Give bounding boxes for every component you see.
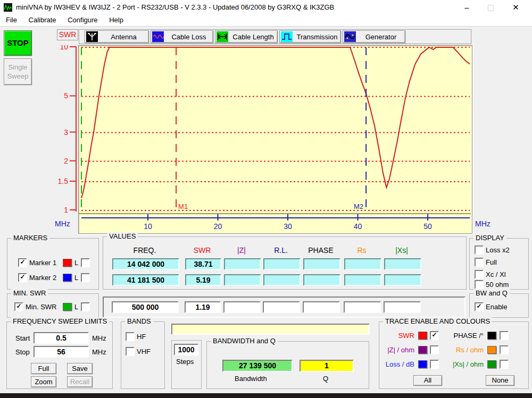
tab-antenna[interactable]: Antenna [85, 30, 149, 43]
chart-text: 40 [354, 222, 362, 231]
full-button[interactable]: Full [31, 363, 56, 374]
stop-label: Stop [15, 348, 30, 356]
trace-z-checkbox[interactable] [430, 345, 439, 354]
min-swr-field[interactable]: 1.19 [185, 301, 221, 313]
min-rs-field[interactable] [344, 301, 381, 313]
min-swr-l-checkbox[interactable] [81, 302, 90, 311]
zoom-button[interactable]: Zoom [31, 376, 56, 387]
trace-phase-swatch[interactable] [487, 332, 496, 340]
marker2-l-label: L [74, 274, 78, 282]
m2-rs-field[interactable] [344, 274, 381, 286]
m1-rs-field[interactable] [344, 258, 381, 270]
min-freq-field[interactable]: 500 000 [112, 301, 179, 313]
tab-cable-length[interactable]: Cable Length [215, 30, 278, 43]
m1-rl-field[interactable] [263, 258, 301, 270]
x-axis-unit-right: MHz [475, 219, 491, 228]
min-z-field[interactable] [223, 301, 261, 313]
trace-z-swatch[interactable] [418, 346, 427, 354]
single-sweep-button[interactable]: Single Sweep [4, 58, 32, 85]
window-title: miniVNA by IW3HEV & IW3IJZ - 2 Port - RS… [16, 3, 334, 11]
trace-rs-swatch[interactable] [487, 346, 496, 354]
trace-xs-checkbox[interactable] [500, 360, 509, 369]
m2-freq-field[interactable]: 41 181 500 [112, 274, 179, 286]
tab-transmission[interactable]: Transmission [279, 30, 341, 43]
chart-text: 20 [214, 222, 222, 231]
m1-freq-field[interactable]: 14 042 000 [112, 258, 179, 270]
recall-button[interactable]: Recall [67, 376, 93, 387]
min-phase-field[interactable] [303, 301, 340, 313]
trace-swr-checkbox[interactable]: ✓ [430, 331, 439, 340]
min-swr-checkbox[interactable]: ✓ [14, 302, 23, 311]
trace-xs-swatch[interactable] [487, 360, 496, 368]
trace-loss-checkbox[interactable] [430, 360, 439, 369]
m2-rl-field[interactable] [263, 274, 301, 286]
marker2-color-swatch[interactable] [63, 274, 72, 282]
vhf-checkbox[interactable] [126, 347, 135, 356]
trace-group: TRACE ENABLE AND COLOURS SWR ✓ PHASE /° … [379, 321, 529, 389]
mode-label: SWR [57, 29, 78, 40]
marker1-color-swatch[interactable] [63, 259, 72, 267]
xc-xl-checkbox[interactable] [475, 270, 484, 279]
chart-text: 10 [60, 45, 68, 51]
close-button[interactable]: ✕ [504, 0, 528, 15]
single-sweep-line2: Sweep [7, 72, 29, 81]
steps-panel: 1000 Steps [171, 340, 202, 389]
swr-chart[interactable]: M1M21020304050 [78, 45, 472, 234]
minimize-button[interactable]: – [455, 0, 479, 15]
marker2-l-checkbox[interactable] [81, 273, 90, 282]
header-z: |Z| [224, 246, 259, 255]
marker1-checkbox[interactable]: ✓ [18, 258, 27, 267]
trace-rs-checkbox[interactable] [500, 345, 509, 354]
bandwidth-q-title: BANDWIDTH and Q [211, 337, 278, 345]
min-rl-field[interactable] [263, 301, 300, 313]
m1-phase-field[interactable] [303, 258, 340, 270]
m2-xs-field[interactable] [384, 274, 421, 286]
q-field: 1 [300, 360, 354, 372]
tab-transmission-label: Transmission [293, 33, 340, 41]
trace-phase-checkbox[interactable] [500, 331, 509, 340]
taskbar-sliver [0, 393, 532, 398]
50ohm-checkbox[interactable] [475, 280, 484, 289]
markers-group-title: MARKERS [11, 234, 49, 242]
chart-plot: M1M21020304050 [79, 46, 471, 232]
trace-none-button[interactable]: None [486, 375, 514, 386]
bw-q-enable-checkbox[interactable]: ✓ [475, 302, 484, 311]
trace-all-button[interactable]: All [413, 375, 442, 386]
m2-swr-field[interactable]: 5.19 [185, 274, 221, 286]
m1-xs-field[interactable] [384, 258, 421, 270]
message-strip [171, 324, 370, 335]
generator-icon [344, 31, 356, 42]
min-xs-field[interactable] [384, 301, 421, 313]
m1-swr-field[interactable]: 38.71 [185, 258, 221, 270]
display-group: DISPLAY Loss x2 Full Xc / Xl 50 ohm [469, 238, 529, 290]
tab-generator[interactable]: Generator [343, 30, 405, 43]
full-checkbox[interactable] [475, 258, 484, 267]
chart-text: 3 [64, 128, 68, 137]
menu-calibrate[interactable]: Calibrate [24, 15, 61, 25]
marker2-checkbox[interactable]: ✓ [18, 273, 27, 282]
start-field[interactable]: 0.5 [34, 332, 89, 344]
header-phase: PHASE [303, 246, 338, 255]
chart-text: 5 [64, 91, 68, 100]
m2-z-field[interactable] [224, 274, 261, 286]
header-xs: |Xs| [384, 246, 419, 255]
maximize-button[interactable]: ▢ [479, 0, 503, 15]
save-button[interactable]: Save [67, 363, 93, 374]
hf-checkbox[interactable] [126, 332, 135, 341]
steps-field[interactable]: 1000 [174, 344, 198, 355]
stop-button[interactable]: STOP [4, 30, 32, 56]
m1-z-field[interactable] [224, 258, 261, 270]
min-swr-color-swatch[interactable] [63, 303, 72, 311]
trace-loss-swatch[interactable] [418, 360, 427, 368]
menu-configure[interactable]: Configure [63, 15, 102, 25]
menu-help[interactable]: Help [104, 15, 128, 25]
menu-file[interactable]: File [1, 15, 22, 25]
trace-swr-swatch[interactable] [418, 332, 427, 340]
min-swr-l-label: L [74, 303, 78, 311]
marker1-l-checkbox[interactable] [81, 258, 90, 267]
trace-loss-label: Loss / dB [381, 360, 414, 368]
stop-field[interactable]: 56 [34, 346, 89, 358]
m2-phase-field[interactable] [303, 274, 340, 286]
tab-cable-loss[interactable]: Cable Loss [151, 30, 213, 43]
loss-x2-checkbox[interactable] [475, 245, 484, 255]
